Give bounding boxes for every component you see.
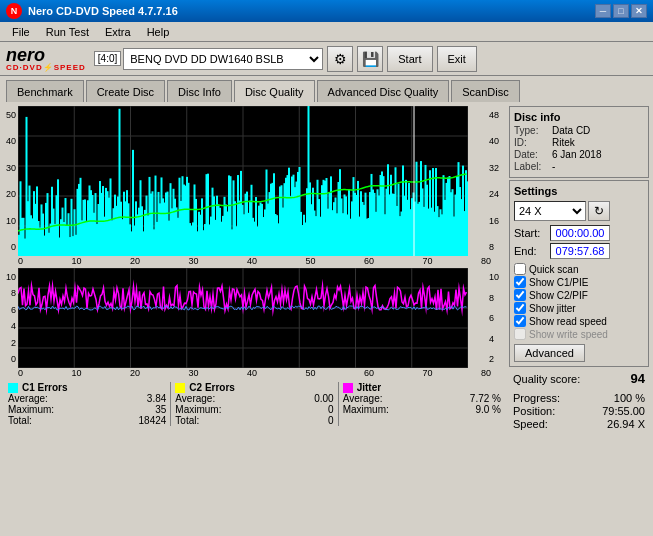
stat-jitter: Jitter Average: 7.72 % Maximum: 9.0 % [339, 382, 505, 426]
top-chart-wrapper: 50 40 30 20 10 0 48 40 32 24 16 8 [4, 106, 505, 256]
end-value: 079:57.68 [550, 243, 610, 259]
bottom-chart-y-left: 10 8 6 4 2 0 [4, 268, 18, 368]
settings-icon-button[interactable]: ⚙ [327, 46, 353, 72]
jitter-max-row: Maximum: 9.0 % [343, 404, 501, 415]
c1-avg-row: Average: 3.84 [8, 393, 166, 404]
jitter-avg-value: 7.72 % [470, 393, 501, 404]
main-content: 50 40 30 20 10 0 48 40 32 24 16 8 [0, 102, 653, 536]
show-c1pie-checkbox[interactable] [514, 276, 526, 288]
show-c2pif-label: Show C2/PIF [529, 290, 588, 301]
disc-date-row: Date: 6 Jan 2018 [514, 149, 644, 160]
c2-color-indicator [175, 383, 185, 393]
position-row: Position: 79:55.00 [513, 405, 645, 417]
menu-extra[interactable]: Extra [97, 24, 139, 40]
quick-scan-checkbox[interactable] [514, 263, 526, 275]
jitter-avg-label: Average: [343, 393, 383, 404]
c2-max-row: Maximum: 0 [175, 404, 333, 415]
stats-row: C1 Errors Average: 3.84 Maximum: 35 Tota… [4, 380, 505, 428]
jitter-color-indicator [343, 383, 353, 393]
minimize-button[interactable]: ─ [595, 4, 611, 18]
disc-id-row: ID: Ritek [514, 137, 644, 148]
start-value: 000:00.00 [550, 225, 610, 241]
c1-avg-label: Average: [8, 393, 48, 404]
disc-info-panel: Disc info Type: Data CD ID: Ritek Date: … [509, 106, 649, 178]
speed-label: Speed: [513, 418, 548, 430]
checkbox-jitter: Show jitter [514, 302, 644, 314]
maximize-button[interactable]: □ [613, 4, 629, 18]
app-title: Nero CD-DVD Speed 4.7.7.16 [28, 5, 595, 17]
c2-max-label: Maximum: [175, 404, 221, 415]
save-icon-button[interactable]: 💾 [357, 46, 383, 72]
quality-score-row: Quality score: 94 [509, 369, 649, 388]
menu-file[interactable]: File [4, 24, 38, 40]
disc-info-title: Disc info [514, 111, 644, 123]
progress-value: 100 % [614, 392, 645, 404]
progress-panel: Progress: 100 % Position: 79:55.00 Speed… [509, 390, 649, 433]
position-label: Position: [513, 405, 555, 417]
c1-label: C1 Errors [22, 382, 68, 393]
show-read-speed-checkbox[interactable] [514, 315, 526, 327]
toolbar: nero CD·DVD⚡SPEED [4:0] BENQ DVD DD DW16… [0, 42, 653, 76]
c1-max-label: Maximum: [8, 404, 54, 415]
exit-button[interactable]: Exit [437, 46, 477, 72]
checkbox-read-speed: Show read speed [514, 315, 644, 327]
disc-type-row: Type: Data CD [514, 125, 644, 136]
jitter-max-label: Maximum: [343, 404, 389, 415]
drive-dropdown[interactable]: BENQ DVD DD DW1640 BSLB [123, 48, 323, 70]
quality-score-label: Quality score: [513, 373, 580, 385]
tab-scan-disc[interactable]: ScanDisc [451, 80, 519, 102]
jitter-max-value: 9.0 % [475, 404, 501, 415]
tab-advanced-disc-quality[interactable]: Advanced Disc Quality [317, 80, 450, 102]
tab-create-disc[interactable]: Create Disc [86, 80, 165, 102]
tab-disc-info[interactable]: Disc Info [167, 80, 232, 102]
show-write-speed-label: Show write speed [529, 329, 608, 340]
end-time-row: End: 079:57.68 [514, 243, 644, 259]
stat-c2: C2 Errors Average: 0.00 Maximum: 0 Total… [171, 382, 338, 426]
menu-help[interactable]: Help [139, 24, 178, 40]
c1-avg-value: 3.84 [147, 393, 166, 404]
speed-row: Speed: 26.94 X [513, 418, 645, 430]
speed-dropdown[interactable]: 24 X [514, 201, 586, 221]
end-label: End: [514, 245, 550, 257]
tab-disc-quality[interactable]: Disc Quality [234, 80, 315, 102]
tab-bar: Benchmark Create Disc Disc Info Disc Qua… [0, 76, 653, 102]
close-button[interactable]: ✕ [631, 4, 647, 18]
top-chart-canvas-area [18, 106, 487, 256]
window-controls: ─ □ ✕ [595, 4, 647, 18]
start-button[interactable]: Start [387, 46, 432, 72]
show-c1pie-label: Show C1/PIE [529, 277, 588, 288]
speed-value: 26.94 X [607, 418, 645, 430]
c2-total-value: 0 [328, 415, 334, 426]
advanced-button[interactable]: Advanced [514, 344, 585, 362]
nero-brand: nero [6, 46, 86, 64]
settings-title: Settings [514, 185, 644, 197]
show-read-speed-label: Show read speed [529, 316, 607, 327]
menu-run-test[interactable]: Run Test [38, 24, 97, 40]
speed-row: 24 X ↻ [514, 201, 644, 221]
cdspeed-brand: CD·DVD⚡SPEED [6, 64, 86, 72]
settings-panel: Settings 24 X ↻ Start: 000:00.00 End: 07… [509, 180, 649, 367]
top-chart-y-right: 48 40 32 24 16 8 [487, 106, 505, 256]
bottom-chart-canvas-area [18, 268, 487, 368]
progress-label: Progress: [513, 392, 560, 404]
show-jitter-label: Show jitter [529, 303, 576, 314]
c2-total-label: Total: [175, 415, 199, 426]
c1-max-value: 35 [155, 404, 166, 415]
disc-label-value: - [552, 161, 555, 172]
show-jitter-checkbox[interactable] [514, 302, 526, 314]
refresh-button[interactable]: ↻ [588, 201, 610, 221]
c1-total-row: Total: 18424 [8, 415, 166, 426]
title-bar: N Nero CD-DVD Speed 4.7.7.16 ─ □ ✕ [0, 0, 653, 22]
bottom-chart-x-labels: 0 10 20 30 40 50 60 70 80 [4, 368, 505, 378]
checkbox-write-speed: Show write speed [514, 328, 644, 340]
tab-benchmark[interactable]: Benchmark [6, 80, 84, 102]
show-c2pif-checkbox[interactable] [514, 289, 526, 301]
show-write-speed-checkbox[interactable] [514, 328, 526, 340]
stat-c1: C1 Errors Average: 3.84 Maximum: 35 Tota… [4, 382, 171, 426]
c2-label: C2 Errors [189, 382, 235, 393]
disc-date-label: Date: [514, 149, 552, 160]
bottom-chart-wrapper: 10 8 6 4 2 0 10 8 6 4 2 [4, 268, 505, 368]
stat-c2-header: C2 Errors [175, 382, 333, 393]
c2-avg-row: Average: 0.00 [175, 393, 333, 404]
c1-max-row: Maximum: 35 [8, 404, 166, 415]
